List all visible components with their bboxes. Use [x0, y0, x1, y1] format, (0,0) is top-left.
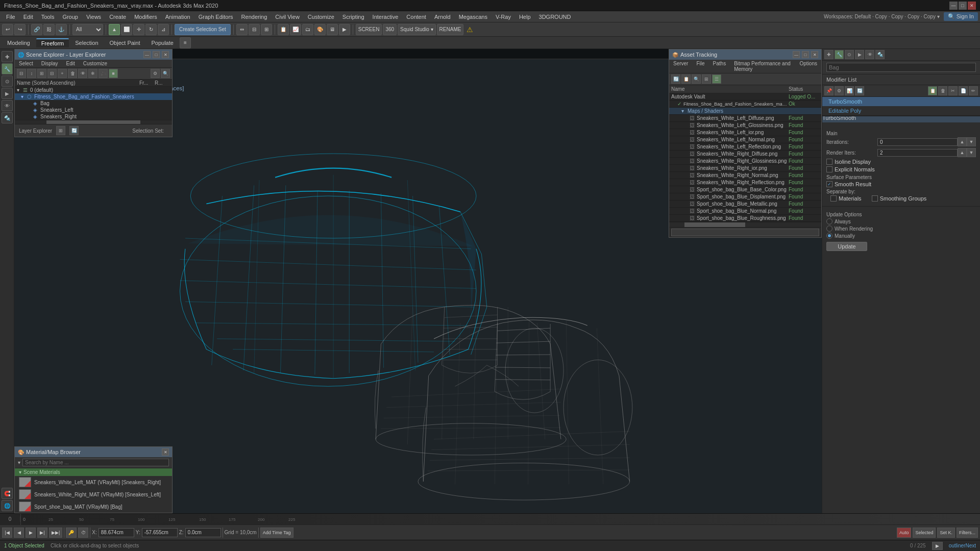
move-button[interactable]: ✛: [133, 24, 144, 35]
iterations-up-btn[interactable]: ▲: [958, 137, 967, 146]
schematic-view[interactable]: 🗂: [302, 24, 313, 35]
selected-filter-btn[interactable]: Selected: [913, 528, 936, 538]
scene-explorer-maximize[interactable]: □: [153, 51, 160, 58]
se-menu-customize[interactable]: Customize: [79, 60, 111, 67]
grid-button[interactable]: ⊞: [261, 24, 272, 35]
left-hierarchy-btn[interactable]: ⊙: [2, 76, 13, 87]
y-coord-input[interactable]: [142, 528, 178, 537]
mod-paste-btn[interactable]: 📄: [959, 86, 968, 95]
curves-editor[interactable]: 📈: [290, 24, 301, 35]
select-object-button[interactable]: ▲: [109, 24, 120, 35]
left-display-btn[interactable]: 👁: [2, 100, 13, 111]
menu-edit[interactable]: Edit: [19, 13, 37, 21]
left-utility-btn[interactable]: 🔩: [2, 112, 13, 123]
mod-pin-btn[interactable]: 📌: [824, 86, 834, 95]
rotate-button[interactable]: ↻: [145, 24, 157, 35]
modifier-turbos[interactable]: TurboSmooth: [822, 97, 980, 106]
menu-content[interactable]: Content: [402, 13, 430, 21]
se-hide-btn[interactable]: 👁: [78, 69, 87, 78]
create-icon-btn[interactable]: ✚: [824, 50, 834, 59]
tree-toggle-default[interactable]: ▾: [17, 87, 23, 93]
update-always-radio[interactable]: [826, 218, 832, 224]
smooth-result-checkbox[interactable]: [826, 181, 832, 187]
mat-search-input[interactable]: [22, 459, 169, 466]
update-manually-option[interactable]: Manually: [826, 233, 976, 239]
se-del-btn[interactable]: 🗑: [68, 69, 77, 78]
se-search-btn[interactable]: 🔍: [161, 69, 170, 78]
menu-tools[interactable]: Tools: [37, 13, 59, 21]
tab-selection[interactable]: Selection: [70, 39, 103, 47]
menu-modifiers[interactable]: Modifiers: [130, 13, 161, 21]
tab-object-paint[interactable]: Object Paint: [105, 39, 145, 47]
left-motion-btn[interactable]: ▶: [2, 88, 13, 99]
menu-animation[interactable]: Animation: [161, 13, 194, 21]
mod-channel-btn[interactable]: 📊: [845, 86, 854, 95]
se-scrollbar[interactable]: [15, 120, 172, 124]
set-key-btn[interactable]: Set K.: [937, 528, 955, 538]
se-sort-btn[interactable]: ↕: [27, 69, 36, 78]
named-sel-sets[interactable]: 📋: [278, 24, 289, 35]
next-frame-btn[interactable]: ▶|: [37, 528, 47, 538]
mat-item-1[interactable]: Sneakers_White_Left_MAT (VRayMtl) [Sneak…: [15, 476, 172, 488]
scene-explorer-close[interactable]: ✕: [162, 51, 169, 58]
menu-group[interactable]: Group: [58, 13, 82, 21]
tab-freeform[interactable]: Freeform: [36, 38, 69, 47]
mat-item-3[interactable]: Sport_shoe_bag_MAT (VRayMtl) [Bag]: [15, 500, 172, 513]
left-modify-btn[interactable]: 🔧: [2, 63, 13, 74]
tree-item-bag[interactable]: ◈ Bag: [15, 100, 172, 107]
se-menu-display[interactable]: Display: [37, 60, 62, 67]
menu-vray[interactable]: V-Ray: [492, 13, 515, 21]
play-btn[interactable]: ▶: [26, 528, 36, 538]
se-menu-select[interactable]: Select: [15, 60, 37, 67]
update-always-option[interactable]: Always: [826, 218, 976, 224]
unlink-button[interactable]: ⛓: [43, 24, 55, 35]
render-btn[interactable]: ▶: [339, 24, 350, 35]
prev-frame-btn[interactable]: ◀: [14, 528, 24, 538]
mat-browser-close[interactable]: ✕: [162, 448, 169, 456]
tree-item-fitness-group[interactable]: ▾ ⬡ Fitness_Shoe_Bag_and_Fashion_Sneaker…: [15, 93, 172, 100]
update-manually-radio[interactable]: [826, 233, 832, 239]
menu-megascans[interactable]: Megascans: [455, 13, 492, 21]
play-next-btn[interactable]: ▶▶|: [49, 528, 62, 538]
modify-icon-btn[interactable]: 🔧: [835, 50, 844, 59]
update-when-rendering-option[interactable]: When Rendering: [826, 226, 976, 232]
x-coord-input[interactable]: [99, 528, 134, 537]
display-icon-btn[interactable]: 👁: [865, 50, 874, 59]
squid-studio-label[interactable]: Squid Studio ▾: [398, 24, 436, 35]
material-editor[interactable]: 🎨: [314, 24, 326, 35]
tree-item-default-layer[interactable]: ▾ ☰ 0 (default): [15, 87, 172, 93]
sign-in-button[interactable]: 🔍 Sign In: [944, 12, 978, 21]
redo-button[interactable]: ↪: [14, 24, 26, 35]
filters-btn[interactable]: Filters...: [957, 528, 978, 538]
mod-configure-btn[interactable]: ⚙: [835, 86, 844, 95]
iterations-input[interactable]: [877, 138, 958, 146]
minimize-button[interactable]: —: [949, 2, 958, 10]
menu-customize[interactable]: Customize: [304, 13, 338, 21]
menu-arnold[interactable]: Arnold: [430, 13, 455, 21]
smoothing-groups-checkbox[interactable]: [872, 195, 878, 202]
menu-help[interactable]: Help: [515, 13, 535, 21]
utility-icon-btn[interactable]: 🔩: [875, 50, 885, 59]
menu-graph-editors[interactable]: Graph Editors: [194, 13, 237, 21]
bind-space-warp[interactable]: ⚓: [56, 24, 67, 35]
se-render-btn[interactable]: 🎥: [99, 69, 108, 78]
menu-3dground[interactable]: 3DGROUND: [535, 13, 575, 21]
scale-button[interactable]: ⊿: [158, 24, 169, 35]
mirror-button[interactable]: ⇔: [236, 24, 248, 35]
key-mode-btn[interactable]: 🔑: [66, 528, 77, 538]
se-expand-all-btn[interactable]: ⊞: [56, 126, 65, 135]
se-filter-btn[interactable]: ⊟: [17, 69, 26, 78]
mod-rename-btn[interactable]: ✏: [969, 86, 978, 95]
auto-key-btn[interactable]: Auto: [897, 528, 912, 538]
select-region-button[interactable]: ⬜: [121, 24, 132, 35]
explicit-normals-checkbox[interactable]: [826, 166, 832, 172]
left-scene-explorer-btn[interactable]: 🌐: [2, 500, 13, 511]
menu-interactive[interactable]: Interactive: [369, 13, 403, 21]
menu-file[interactable]: File: [2, 13, 19, 21]
mod-cut-btn[interactable]: ✂: [948, 86, 958, 95]
tab-populate[interactable]: Populate: [146, 39, 178, 47]
se-menu-edit[interactable]: Edit: [62, 60, 79, 67]
iterations-down-btn[interactable]: ▼: [967, 137, 976, 146]
update-button[interactable]: Update: [826, 242, 867, 251]
mat-item-2[interactable]: Sneakers_White_Right_MAT (VRayMtl) [Snea…: [15, 488, 172, 500]
